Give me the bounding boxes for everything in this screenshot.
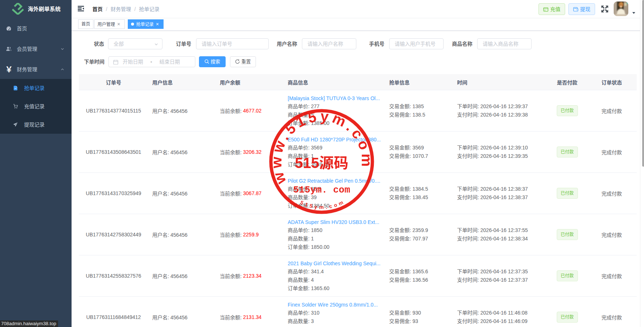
svg-text:515源码: 515源码	[295, 151, 349, 172]
svg-text:515ym. com: 515ym. com	[293, 185, 350, 195]
svg-text:www.515ym.com: www.515ym.com	[268, 108, 375, 187]
